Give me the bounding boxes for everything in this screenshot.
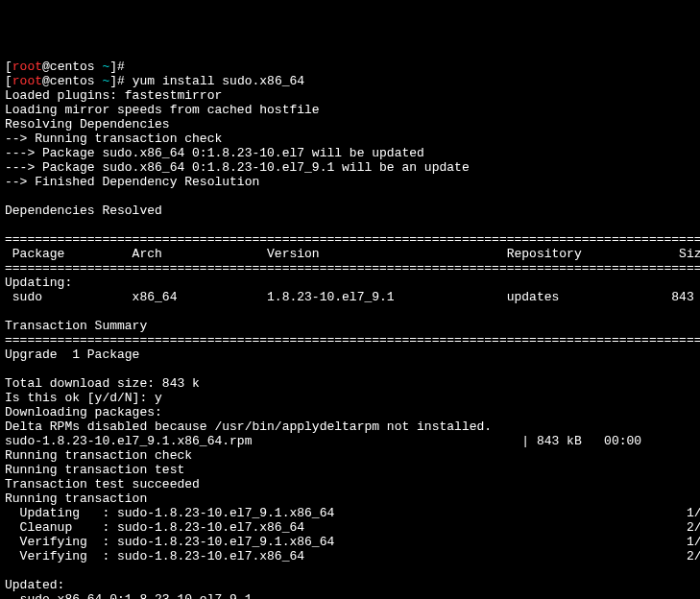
separator-line: ========================================… — [5, 333, 700, 347]
output-line: Delta RPMs disabled because /usr/bin/app… — [5, 419, 492, 434]
output-line: Resolving Dependencies — [5, 117, 170, 132]
output-line: Running transaction — [5, 491, 147, 506]
terminal-output: [root@centos ~]# [root@centos ~]# yum in… — [5, 60, 695, 599]
output-line: Downloading packages: — [5, 405, 162, 419]
output-line: Total download size: 843 k — [5, 376, 200, 391]
prompt-user: root — [12, 60, 42, 74]
output-line: --> Finished Dependency Resolution — [5, 175, 259, 189]
output-line: Updating : sudo-1.8.23-10.el7_9.1.x86_64… — [5, 506, 700, 520]
output-line: ---> Package sudo.x86_64 0:1.8.23-10.el7… — [5, 160, 470, 175]
output-line: Dependencies Resolved — [5, 204, 162, 218]
prompt-end: ]# — [109, 60, 125, 74]
prompt-end: ]# — [109, 74, 125, 88]
output-line: Loading mirror speeds from cached hostfi… — [5, 103, 320, 117]
output-line: --> Running transaction check — [5, 132, 222, 146]
command-text: yum install sudo.x86_64 — [125, 74, 304, 88]
output-line: Upgrade 1 Package — [5, 347, 139, 362]
output-line: Loaded plugins: fastestmirror — [5, 88, 222, 103]
output-line: Running transaction test — [5, 463, 184, 477]
table-row: sudo x86_64 1.8.23-10.el7_9.1 updates 84… — [5, 290, 700, 304]
output-line: Updating: — [5, 276, 72, 290]
bracket: [ — [5, 74, 12, 88]
prompt-line-2: [root@centos ~]# yum install sudo.x86_64 — [5, 74, 304, 88]
output-line: Updated: — [5, 578, 64, 592]
prompt-host: @centos — [42, 74, 102, 88]
separator-line: ========================================… — [5, 261, 700, 276]
table-header: Package Arch Version Repository Size — [5, 247, 700, 261]
output-line: Cleanup : sudo-1.8.23-10.el7.x86_64 2/2 — [5, 520, 700, 535]
prompt-host: @centos — [42, 60, 102, 74]
separator-line: ========================================… — [5, 232, 700, 247]
output-line: ---> Package sudo.x86_64 0:1.8.23-10.el7… — [5, 146, 424, 160]
output-line: Verifying : sudo-1.8.23-10.el7_9.1.x86_6… — [5, 535, 700, 549]
output-line: sudo-1.8.23-10.el7_9.1.x86_64.rpm | 843 … — [5, 434, 641, 448]
prompt-user: root — [12, 74, 42, 88]
prompt-line-1: [root@centos ~]# — [5, 60, 125, 74]
output-line: sudo.x86_64 0:1.8.23-10.el7_9.1 — [5, 592, 252, 599]
output-line: Transaction Summary — [5, 319, 147, 333]
output-line: Verifying : sudo-1.8.23-10.el7.x86_64 2/… — [5, 549, 700, 563]
output-line: Transaction test succeeded — [5, 477, 200, 491]
output-line: Running transaction check — [5, 448, 192, 463]
output-line: Is this ok [y/d/N]: y — [5, 391, 162, 405]
bracket: [ — [5, 60, 12, 74]
